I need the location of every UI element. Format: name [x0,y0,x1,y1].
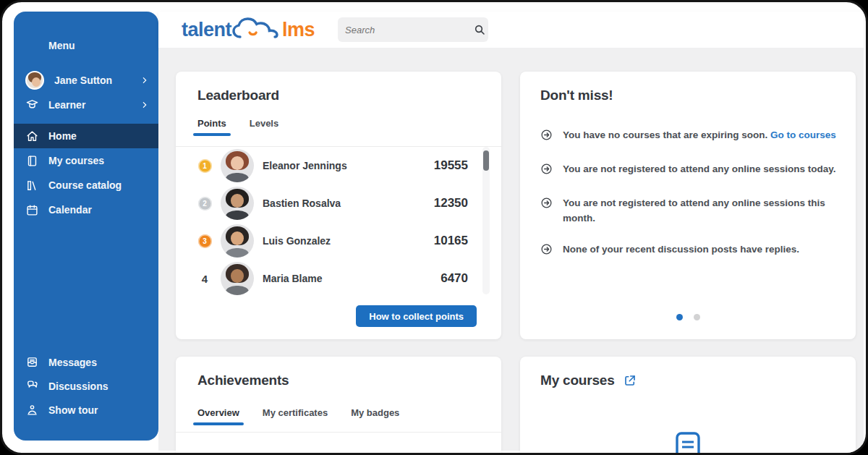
pagination-dot-active[interactable] [676,314,683,320]
rank-medal-gold: 1 [198,159,212,173]
achievements-tabs: Overview My certificates My badges [197,407,399,425]
tab-overview[interactable]: Overview [197,407,239,425]
talentlms-logo[interactable]: talent lms [182,15,315,44]
dont-miss-item: None of your recent discussion posts hav… [540,242,837,260]
leaderboard-points: 19555 [434,158,468,173]
leaderboard-name: Luis Gonzalez [263,235,331,247]
logo-lms-text: lms [282,19,315,41]
role-menu[interactable]: Learner [14,93,158,116]
tab-my-certificates[interactable]: My certificates [263,407,328,425]
menu-label: Menu [48,40,75,51]
avatar [221,224,254,258]
avatar [221,187,254,220]
divider [176,432,501,433]
sidebar-item-home[interactable]: Home [14,124,158,148]
arrow-circle-right-icon [540,162,553,180]
how-to-collect-points-button[interactable]: How to collect points [356,305,477,327]
discussions-icon [25,380,38,393]
user-name: Jane Sutton [54,75,112,86]
leaderboard-row[interactable]: 3 Luis Gonzalez 10165 [176,222,501,260]
search-icon[interactable] [474,24,485,35]
my-courses-title: My courses [540,373,615,388]
sidebar-item-calendar[interactable]: Calendar [14,197,158,222]
chevron-right-icon [141,75,148,86]
rank-number: 4 [202,273,208,285]
dont-miss-item: You are not registered to attend any onl… [540,196,837,226]
logo-talent-text: talent [182,19,231,41]
carousel-pagination [520,314,856,320]
sidebar-item-messages[interactable]: Messages [14,350,158,374]
role-label: Learner [48,99,85,111]
avatar [221,149,254,182]
menu-toggle[interactable]: Menu [14,33,158,57]
dont-miss-text: None of your recent discussion posts hav… [563,242,799,260]
achievements-card: Achievements Overview My certificates My… [176,357,501,455]
chevron-right-icon [141,99,148,111]
messages-icon [25,356,38,369]
leaderboard-row[interactable]: 2 Bastien Rosalva 12350 [176,184,501,222]
sidebar-footer-nav: Messages Discussions Show tour [14,350,158,422]
arrow-circle-right-icon [540,196,553,226]
hamburger-icon [25,39,38,52]
dont-miss-card: Don't miss! You have no courses that are… [520,72,856,339]
tour-icon [25,404,38,417]
calendar-icon [25,203,38,216]
dont-miss-text: You are not registered to attend any onl… [563,162,836,180]
leaderboard-points: 12350 [434,196,468,211]
sidebar-item-show-tour[interactable]: Show tour [14,398,158,422]
book-icon [25,154,38,167]
sidebar-item-my-courses[interactable]: My courses [14,148,158,173]
catalog-icon [25,179,38,192]
dont-miss-text: You are not registered to attend any onl… [563,196,837,226]
home-icon [25,129,38,143]
scrollbar-thumb[interactable] [483,150,489,171]
sidebar-item-label: Home [48,130,77,142]
dont-miss-title: Don't miss! [540,88,613,103]
leaderboard-name: Bastien Rosalva [263,197,341,209]
cloud-logo-icon [230,15,284,44]
sidebar-item-label: My courses [48,155,104,166]
sidebar-item-label: Course catalog [48,179,122,191]
dont-miss-list: You have no courses that are expiring so… [540,128,837,276]
go-to-courses-link[interactable]: Go to courses [770,129,836,140]
sidebar-item-label: Messages [48,357,97,368]
leaderboard-row[interactable]: 4 Maria Blame 6470 [176,260,501,297]
main-content: Leaderboard Points Levels 1 Eleanor Jenn… [158,48,864,451]
leaderboard-points: 6470 [441,271,468,286]
search-input[interactable] [345,25,474,35]
sidebar-item-course-catalog[interactable]: Course catalog [14,173,158,197]
dont-miss-item: You have no courses that are expiring so… [540,128,837,146]
search-box [338,17,488,42]
topbar: talent lms [158,12,864,48]
leaderboard-title: Leaderboard [197,88,279,103]
pagination-dot[interactable] [694,314,700,320]
rank-medal-bronze: 3 [198,234,212,248]
sidebar-item-label: Calendar [48,204,92,216]
sidebar-main-nav: Home My courses Course catalog Calendar [14,124,158,222]
avatar [221,262,254,295]
app-window: Menu Jane Sutton Learner Home [0,0,868,455]
my-courses-card: My courses [520,357,856,455]
tab-levels[interactable]: Levels [250,118,278,136]
leaderboard-scrollbar[interactable] [482,147,490,294]
tab-points[interactable]: Points [197,118,226,136]
sidebar-item-discussions[interactable]: Discussions [14,374,158,398]
sidebar-item-label: Discussions [48,380,108,392]
dont-miss-item: You are not registered to attend any onl… [540,162,837,180]
leaderboard-tabs: Points Levels [197,118,278,136]
dont-miss-text: You have no courses that are expiring so… [563,129,770,140]
learner-icon [25,98,38,111]
leaderboard-row[interactable]: 1 Eleanor Jennings 19555 [176,147,501,184]
tab-my-badges[interactable]: My badges [351,407,399,425]
user-menu[interactable]: Jane Sutton [14,68,158,92]
leaderboard-points: 10165 [434,234,468,248]
leaderboard-name: Eleanor Jennings [263,160,347,171]
arrow-circle-right-icon [540,242,553,260]
leaderboard-name: Maria Blame [263,273,322,284]
external-link-icon[interactable] [624,374,637,387]
rank-medal-silver: 2 [198,197,212,211]
course-document-icon [676,432,700,455]
user-avatar [25,71,44,90]
sidebar-item-label: Show tour [48,404,98,416]
arrow-circle-right-icon [540,128,553,146]
